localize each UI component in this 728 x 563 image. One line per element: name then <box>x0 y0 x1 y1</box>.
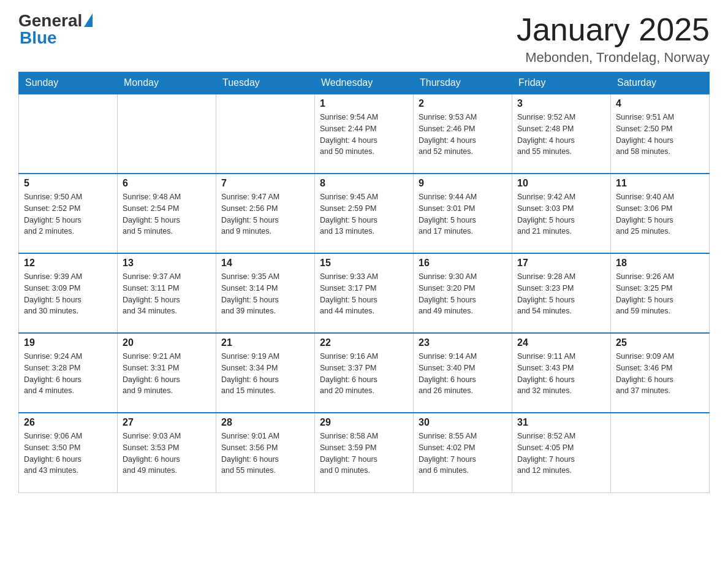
week-row-2: 5Sunrise: 9:50 AM Sunset: 2:52 PM Daylig… <box>19 174 710 253</box>
day-info: Sunrise: 9:40 AM Sunset: 3:06 PM Dayligh… <box>616 191 704 237</box>
day-number: 28 <box>221 417 309 428</box>
day-info: Sunrise: 9:39 AM Sunset: 3:09 PM Dayligh… <box>24 271 112 317</box>
day-number: 8 <box>320 178 408 189</box>
day-info: Sunrise: 9:42 AM Sunset: 3:03 PM Dayligh… <box>517 191 605 237</box>
calendar-cell: 21Sunrise: 9:19 AM Sunset: 3:34 PM Dayli… <box>216 333 315 413</box>
day-info: Sunrise: 9:53 AM Sunset: 2:46 PM Dayligh… <box>419 112 507 158</box>
calendar-cell: 12Sunrise: 9:39 AM Sunset: 3:09 PM Dayli… <box>19 253 118 333</box>
day-number: 31 <box>517 417 605 428</box>
calendar-cell: 23Sunrise: 9:14 AM Sunset: 3:40 PM Dayli… <box>414 333 512 413</box>
day-info: Sunrise: 8:55 AM Sunset: 4:02 PM Dayligh… <box>419 431 507 477</box>
day-number: 17 <box>517 258 605 269</box>
day-info: Sunrise: 9:37 AM Sunset: 3:11 PM Dayligh… <box>123 271 211 317</box>
day-number: 5 <box>24 178 112 189</box>
day-info: Sunrise: 8:52 AM Sunset: 4:05 PM Dayligh… <box>517 431 605 477</box>
calendar-cell: 5Sunrise: 9:50 AM Sunset: 2:52 PM Daylig… <box>19 174 118 253</box>
calendar-cell: 29Sunrise: 8:58 AM Sunset: 3:59 PM Dayli… <box>315 413 414 492</box>
logo-general-text: General <box>18 12 82 29</box>
calendar-cell: 28Sunrise: 9:01 AM Sunset: 3:56 PM Dayli… <box>216 413 315 492</box>
day-info: Sunrise: 9:11 AM Sunset: 3:43 PM Dayligh… <box>517 351 605 397</box>
day-number: 26 <box>24 417 112 428</box>
day-number: 20 <box>123 337 211 348</box>
day-number: 30 <box>419 417 507 428</box>
day-info: Sunrise: 9:51 AM Sunset: 2:50 PM Dayligh… <box>616 112 704 158</box>
day-info: Sunrise: 9:47 AM Sunset: 2:56 PM Dayligh… <box>221 191 309 237</box>
day-number: 15 <box>320 258 408 269</box>
day-number: 16 <box>419 258 507 269</box>
day-info: Sunrise: 9:16 AM Sunset: 3:37 PM Dayligh… <box>320 351 408 397</box>
day-info: Sunrise: 8:58 AM Sunset: 3:59 PM Dayligh… <box>320 431 408 477</box>
week-row-1: 1Sunrise: 9:54 AM Sunset: 2:44 PM Daylig… <box>19 94 710 174</box>
calendar-cell: 17Sunrise: 9:28 AM Sunset: 3:23 PM Dayli… <box>512 253 611 333</box>
day-number: 24 <box>517 337 605 348</box>
calendar-cell: 22Sunrise: 9:16 AM Sunset: 3:37 PM Dayli… <box>315 333 414 413</box>
logo-blue-text: Blue <box>20 29 57 47</box>
calendar-cell: 19Sunrise: 9:24 AM Sunset: 3:28 PM Dayli… <box>19 333 118 413</box>
calendar-cell: 1Sunrise: 9:54 AM Sunset: 2:44 PM Daylig… <box>315 94 414 174</box>
day-number: 25 <box>616 337 704 348</box>
day-number: 12 <box>24 258 112 269</box>
calendar-cell: 18Sunrise: 9:26 AM Sunset: 3:25 PM Dayli… <box>611 253 710 333</box>
day-info: Sunrise: 9:28 AM Sunset: 3:23 PM Dayligh… <box>517 271 605 317</box>
week-row-5: 26Sunrise: 9:06 AM Sunset: 3:50 PM Dayli… <box>19 413 710 492</box>
title-section: January 2025 Mebonden, Trondelag, Norway <box>517 12 710 66</box>
day-number: 21 <box>221 337 309 348</box>
weekday-header-row: SundayMondayTuesdayWednesdayThursdayFrid… <box>19 72 710 94</box>
day-info: Sunrise: 9:01 AM Sunset: 3:56 PM Dayligh… <box>221 431 309 477</box>
day-number: 7 <box>221 178 309 189</box>
day-number: 4 <box>616 98 704 109</box>
calendar-cell: 2Sunrise: 9:53 AM Sunset: 2:46 PM Daylig… <box>414 94 512 174</box>
day-info: Sunrise: 9:14 AM Sunset: 3:40 PM Dayligh… <box>419 351 507 397</box>
calendar-cell: 15Sunrise: 9:33 AM Sunset: 3:17 PM Dayli… <box>315 253 414 333</box>
day-number: 23 <box>419 337 507 348</box>
calendar-cell <box>216 94 315 174</box>
week-row-3: 12Sunrise: 9:39 AM Sunset: 3:09 PM Dayli… <box>19 253 710 333</box>
day-info: Sunrise: 9:45 AM Sunset: 2:59 PM Dayligh… <box>320 191 408 237</box>
location-text: Mebonden, Trondelag, Norway <box>517 50 710 66</box>
day-number: 6 <box>123 178 211 189</box>
day-info: Sunrise: 9:21 AM Sunset: 3:31 PM Dayligh… <box>123 351 211 397</box>
calendar-cell: 11Sunrise: 9:40 AM Sunset: 3:06 PM Dayli… <box>611 174 710 253</box>
day-info: Sunrise: 9:26 AM Sunset: 3:25 PM Dayligh… <box>616 271 704 317</box>
day-info: Sunrise: 9:09 AM Sunset: 3:46 PM Dayligh… <box>616 351 704 397</box>
calendar-cell <box>611 413 710 492</box>
calendar-cell: 30Sunrise: 8:55 AM Sunset: 4:02 PM Dayli… <box>414 413 512 492</box>
calendar-cell: 14Sunrise: 9:35 AM Sunset: 3:14 PM Dayli… <box>216 253 315 333</box>
day-number: 18 <box>616 258 704 269</box>
day-number: 29 <box>320 417 408 428</box>
weekday-header-monday: Monday <box>118 72 216 94</box>
weekday-header-thursday: Thursday <box>414 72 512 94</box>
calendar-cell <box>19 94 118 174</box>
calendar-cell: 27Sunrise: 9:03 AM Sunset: 3:53 PM Dayli… <box>118 413 216 492</box>
calendar-cell: 10Sunrise: 9:42 AM Sunset: 3:03 PM Dayli… <box>512 174 611 253</box>
day-info: Sunrise: 9:35 AM Sunset: 3:14 PM Dayligh… <box>221 271 309 317</box>
week-row-4: 19Sunrise: 9:24 AM Sunset: 3:28 PM Dayli… <box>19 333 710 413</box>
calendar-cell: 24Sunrise: 9:11 AM Sunset: 3:43 PM Dayli… <box>512 333 611 413</box>
day-info: Sunrise: 9:24 AM Sunset: 3:28 PM Dayligh… <box>24 351 112 397</box>
day-info: Sunrise: 9:48 AM Sunset: 2:54 PM Dayligh… <box>123 191 211 237</box>
day-number: 13 <box>123 258 211 269</box>
day-number: 27 <box>123 417 211 428</box>
day-number: 10 <box>517 178 605 189</box>
day-info: Sunrise: 9:50 AM Sunset: 2:52 PM Dayligh… <box>24 191 112 237</box>
calendar-cell: 16Sunrise: 9:30 AM Sunset: 3:20 PM Dayli… <box>414 253 512 333</box>
calendar-cell: 6Sunrise: 9:48 AM Sunset: 2:54 PM Daylig… <box>118 174 216 253</box>
weekday-header-wednesday: Wednesday <box>315 72 414 94</box>
day-info: Sunrise: 9:06 AM Sunset: 3:50 PM Dayligh… <box>24 431 112 477</box>
day-info: Sunrise: 9:33 AM Sunset: 3:17 PM Dayligh… <box>320 271 408 317</box>
day-number: 9 <box>419 178 507 189</box>
logo-triangle-icon <box>84 13 93 27</box>
month-title: January 2025 <box>517 12 710 47</box>
calendar-table: SundayMondayTuesdayWednesdayThursdayFrid… <box>18 72 710 493</box>
calendar-cell: 8Sunrise: 9:45 AM Sunset: 2:59 PM Daylig… <box>315 174 414 253</box>
calendar-cell: 26Sunrise: 9:06 AM Sunset: 3:50 PM Dayli… <box>19 413 118 492</box>
day-number: 1 <box>320 98 408 109</box>
day-number: 14 <box>221 258 309 269</box>
calendar-cell: 25Sunrise: 9:09 AM Sunset: 3:46 PM Dayli… <box>611 333 710 413</box>
day-info: Sunrise: 9:03 AM Sunset: 3:53 PM Dayligh… <box>123 431 211 477</box>
weekday-header-sunday: Sunday <box>19 72 118 94</box>
calendar-cell: 3Sunrise: 9:52 AM Sunset: 2:48 PM Daylig… <box>512 94 611 174</box>
calendar-cell: 13Sunrise: 9:37 AM Sunset: 3:11 PM Dayli… <box>118 253 216 333</box>
page-header: General Blue January 2025 Mebonden, Tron… <box>18 12 710 66</box>
day-info: Sunrise: 9:30 AM Sunset: 3:20 PM Dayligh… <box>419 271 507 317</box>
